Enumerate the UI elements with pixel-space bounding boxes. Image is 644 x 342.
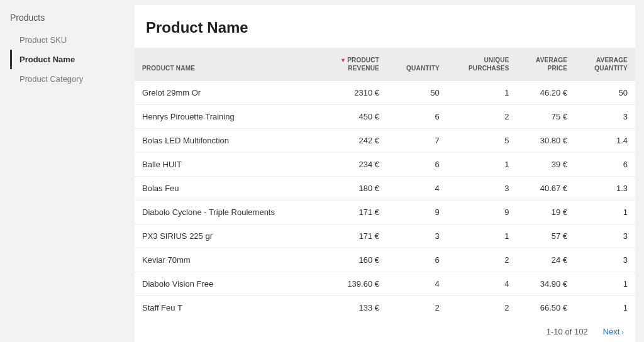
- column-header[interactable]: ▼PRODUCTREVENUE: [319, 48, 387, 81]
- column-header[interactable]: AVERAGEPRICE: [517, 48, 575, 81]
- cell-unique: 2: [447, 296, 517, 320]
- column-header[interactable]: AVERAGEQUANTITY: [575, 48, 635, 81]
- cell-revenue: 180 €: [319, 177, 387, 201]
- cell-revenue: 139.60 €: [319, 272, 387, 296]
- cell-unique: 9: [447, 201, 517, 224]
- cell-avg-qty: 50: [575, 81, 635, 105]
- cell-quantity: 50: [387, 81, 447, 105]
- column-header[interactable]: PRODUCT NAME: [135, 48, 319, 81]
- cell-unique: 1: [447, 153, 517, 177]
- cell-unique: 3: [447, 177, 517, 201]
- cell-avg-qty: 1: [575, 201, 635, 224]
- cell-avg-price: 39 €: [517, 153, 575, 177]
- cell-unique: 4: [447, 272, 517, 296]
- cell-revenue: 133 €: [319, 296, 387, 320]
- column-header-label: PRODUCT: [347, 57, 379, 63]
- cell-unique: 1: [447, 81, 517, 105]
- cell-name: Henrys Pirouette Training: [135, 105, 319, 129]
- table-body: Grelot 29mm Or2310 €50146.20 €50Henrys P…: [135, 81, 635, 319]
- cell-avg-price: 46.20 €: [517, 81, 575, 105]
- cell-avg-price: 34.90 €: [517, 272, 575, 296]
- cell-revenue: 242 €: [319, 129, 387, 153]
- chevron-right-icon: ›: [621, 328, 624, 336]
- table-row[interactable]: Henrys Pirouette Training450 €6275 €3: [135, 105, 635, 129]
- cell-name: Balle HUIT: [135, 153, 319, 177]
- page-title: Product Name: [146, 19, 624, 36]
- table-row[interactable]: Kevlar 70mm160 €6224 €3: [135, 248, 635, 272]
- cell-revenue: 171 €: [319, 201, 387, 224]
- pager-next-button[interactable]: Next›: [603, 327, 624, 336]
- cell-quantity: 3: [387, 224, 447, 248]
- sidebar-item-product-name[interactable]: Product Name: [10, 50, 126, 69]
- cell-avg-qty: 6: [575, 153, 635, 177]
- cell-name: PX3 SIRIUS 225 gr: [135, 224, 319, 248]
- cell-revenue: 160 €: [319, 248, 387, 272]
- cell-avg-qty: 1: [575, 272, 635, 296]
- cell-name: Staff Feu T: [135, 296, 319, 320]
- cell-quantity: 6: [387, 105, 447, 129]
- cell-quantity: 7: [387, 129, 447, 153]
- cell-quantity: 9: [387, 201, 447, 224]
- column-header-label: QUANTITY: [594, 65, 628, 72]
- cell-avg-qty: 3: [575, 224, 635, 248]
- column-header-label: PRODUCT NAME: [142, 65, 195, 72]
- sidebar: Products Product SKUProduct NameProduct …: [0, 0, 126, 342]
- cell-avg-qty: 3: [575, 105, 635, 129]
- table-row[interactable]: Bolas Feu180 €4340.67 €1.3: [135, 177, 635, 201]
- cell-avg-price: 30.80 €: [517, 129, 575, 153]
- column-header-label: AVERAGE: [596, 57, 628, 63]
- column-header-label: AVERAGE: [536, 57, 567, 63]
- column-header-label: REVENUE: [348, 65, 379, 72]
- column-header[interactable]: UNIQUEPURCHASES: [447, 48, 517, 81]
- sidebar-item-product-sku[interactable]: Product SKU: [10, 30, 126, 50]
- data-table: PRODUCT NAME▼PRODUCTREVENUEQUANTITYUNIQU…: [135, 48, 635, 319]
- cell-unique: 2: [447, 248, 517, 272]
- report-card: Product Name PRODUCT NAME▼PRODUCTREVENUE…: [135, 5, 635, 342]
- pager: 1-10 of 102 Next›: [135, 319, 635, 342]
- cell-unique: 5: [447, 129, 517, 153]
- table-row[interactable]: Balle HUIT234 €6139 €6: [135, 153, 635, 177]
- cell-unique: 1: [447, 224, 517, 248]
- sidebar-heading: Products: [10, 13, 126, 23]
- main-content: Product Name PRODUCT NAME▼PRODUCTREVENUE…: [126, 0, 644, 342]
- cell-name: Bolas Feu: [135, 177, 319, 201]
- column-header-label: PRICE: [548, 65, 568, 72]
- cell-avg-price: 19 €: [517, 201, 575, 224]
- column-header-label: QUANTITY: [406, 65, 440, 72]
- cell-revenue: 2310 €: [319, 81, 387, 105]
- cell-avg-qty: 1: [575, 296, 635, 320]
- cell-revenue: 234 €: [319, 153, 387, 177]
- table-header: PRODUCT NAME▼PRODUCTREVENUEQUANTITYUNIQU…: [135, 48, 635, 81]
- cell-name: Grelot 29mm Or: [135, 81, 319, 105]
- cell-avg-qty: 1.4: [575, 129, 635, 153]
- column-header-label: PURCHASES: [469, 65, 509, 72]
- cell-name: Diabolo Vision Free: [135, 272, 319, 296]
- table-row[interactable]: Diabolo Vision Free139.60 €4434.90 €1: [135, 272, 635, 296]
- cell-quantity: 6: [387, 153, 447, 177]
- cell-quantity: 4: [387, 272, 447, 296]
- table-row[interactable]: Grelot 29mm Or2310 €50146.20 €50: [135, 81, 635, 105]
- sort-desc-icon: ▼: [340, 57, 346, 63]
- cell-unique: 2: [447, 105, 517, 129]
- cell-revenue: 450 €: [319, 105, 387, 129]
- pager-range: 1-10 of 102: [547, 327, 588, 336]
- column-header[interactable]: QUANTITY: [387, 48, 447, 81]
- column-header-label: UNIQUE: [484, 57, 509, 63]
- sidebar-item-product-category[interactable]: Product Category: [10, 69, 126, 89]
- cell-name: Diabolo Cyclone - Triple Roulements: [135, 201, 319, 224]
- cell-name: Bolas LED Multifonction: [135, 129, 319, 153]
- cell-avg-qty: 3: [575, 248, 635, 272]
- cell-quantity: 6: [387, 248, 447, 272]
- card-header: Product Name: [135, 5, 635, 48]
- cell-avg-price: 66.50 €: [517, 296, 575, 320]
- pager-next-label: Next: [603, 327, 620, 336]
- table-row[interactable]: Bolas LED Multifonction242 €7530.80 €1.4: [135, 129, 635, 153]
- cell-avg-price: 24 €: [517, 248, 575, 272]
- cell-avg-price: 75 €: [517, 105, 575, 129]
- cell-name: Kevlar 70mm: [135, 248, 319, 272]
- table-row[interactable]: Staff Feu T133 €2266.50 €1: [135, 296, 635, 320]
- table-row[interactable]: PX3 SIRIUS 225 gr171 €3157 €3: [135, 224, 635, 248]
- table-row[interactable]: Diabolo Cyclone - Triple Roulements171 €…: [135, 201, 635, 224]
- cell-revenue: 171 €: [319, 224, 387, 248]
- cell-avg-price: 40.67 €: [517, 177, 575, 201]
